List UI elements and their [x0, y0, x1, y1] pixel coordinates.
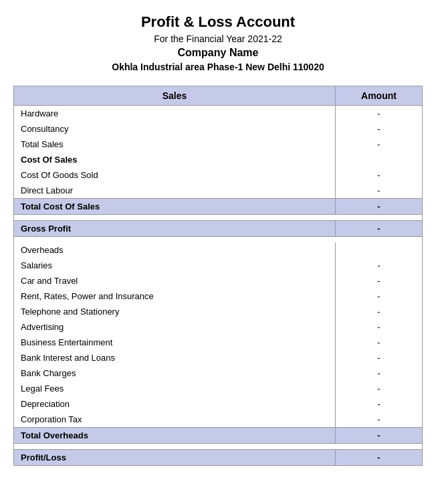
table-row-label: Salaries	[14, 258, 336, 273]
table-row-amount: -	[336, 412, 423, 428]
spacer-row	[14, 444, 423, 450]
table-row-label: Telephone and Stationery	[14, 304, 336, 319]
col-sales-header: Sales	[14, 86, 336, 106]
table-row-label: Legal Fees	[14, 381, 336, 396]
table-row-amount: -	[336, 273, 423, 288]
table-row-label: Total Sales	[14, 137, 336, 152]
table-row-label: Total Overheads	[14, 428, 336, 444]
table-row-amount: -	[336, 288, 423, 304]
table-row-label: Direct Labour	[14, 183, 336, 199]
col-amount-header: Amount	[336, 86, 423, 106]
table-row-amount: -	[336, 304, 423, 319]
table-row-amount: -	[336, 396, 423, 412]
table-row-amount: -	[336, 428, 423, 444]
table-row-label: Car and Travel	[14, 273, 336, 288]
table-row-label: Advertising	[14, 319, 336, 335]
subtitle: For the Financial Year 2021-22	[13, 33, 423, 44]
table-row-amount: -	[336, 450, 423, 466]
table-row-label: Consultancy	[14, 121, 336, 137]
table-row-label: Business Entertainment	[14, 335, 336, 350]
table-row-amount: -	[336, 319, 423, 335]
address: Okhla Industrial area Phase-1 New Delhi …	[13, 62, 423, 72]
table-row-label: Profit/Loss	[14, 450, 336, 466]
table-row-label: Corporation Tax	[14, 412, 336, 428]
table-row-amount: -	[336, 199, 423, 215]
company-name: Company Name	[13, 47, 423, 59]
table-row-amount: -	[336, 137, 423, 152]
table-row-label: Rent, Rates, Power and Insurance	[14, 288, 336, 304]
table-row-amount: -	[336, 121, 423, 137]
table-row-amount	[336, 242, 423, 258]
table-row-amount: -	[336, 106, 423, 122]
table-row-label: Bank Interest and Loans	[14, 350, 336, 365]
table-row-amount: -	[336, 350, 423, 365]
spacer-row	[14, 215, 423, 221]
table-row-label: Depreciation	[14, 396, 336, 412]
table-row-label: Cost Of Goods Sold	[14, 167, 336, 183]
table-row-label: Bank Charges	[14, 365, 336, 381]
table-row-amount	[336, 152, 423, 167]
table-row-amount: -	[336, 258, 423, 273]
table-row-amount: -	[336, 167, 423, 183]
table-row-amount: -	[336, 335, 423, 350]
page-title: Profit & Loss Account	[13, 13, 423, 31]
table-row-amount: -	[336, 221, 423, 237]
table-row-label: Total Cost Of Sales	[14, 199, 336, 215]
table-row-amount: -	[336, 365, 423, 381]
table-row-amount: -	[336, 381, 423, 396]
spacer-row	[14, 237, 423, 243]
header-section: Profit & Loss Account For the Financial …	[13, 13, 423, 72]
profit-loss-table: Sales Amount Hardware-Consultancy-Total …	[13, 86, 423, 466]
table-row-label: Cost Of Sales	[14, 152, 336, 167]
table-row-label: Overheads	[14, 242, 336, 258]
table-row-label: Gross Profit	[14, 221, 336, 237]
table-row-amount: -	[336, 183, 423, 199]
table-row-label: Hardware	[14, 106, 336, 122]
